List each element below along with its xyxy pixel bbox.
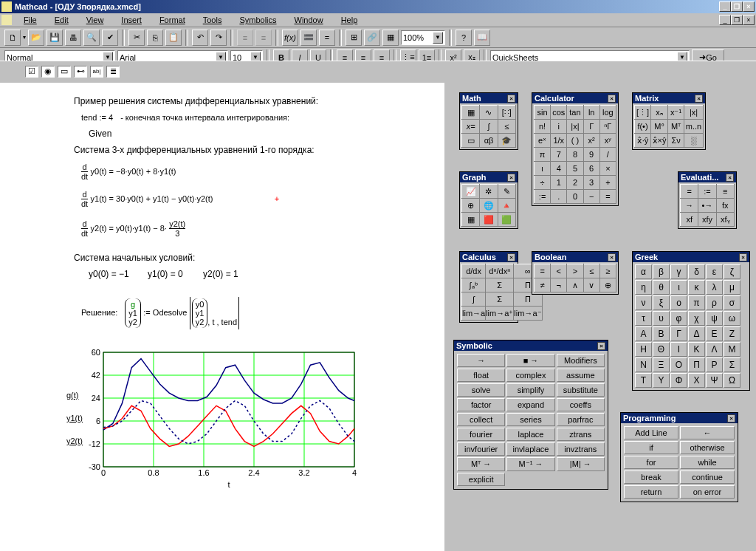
programming-button[interactable]: Add Line (624, 426, 678, 439)
palette-button[interactable]: |x| (684, 106, 704, 120)
calculator-palette[interactable]: Calculator× sincostanlnlogn!i|x|ΓⁿΓeˣ1/x… (532, 92, 619, 206)
palette-button[interactable]: := (698, 185, 716, 199)
palette-button[interactable]: x̂·ŷ (635, 134, 651, 148)
palette-button[interactable]: = (681, 185, 698, 199)
palette-button[interactable]: := (535, 190, 551, 204)
greek-button[interactable]: π (688, 295, 705, 310)
palette-button[interactable]: 0 (567, 190, 583, 204)
palette-button[interactable]: •→ (698, 199, 716, 213)
palette-button[interactable]: |x| (567, 120, 583, 134)
greek-button[interactable]: μ (724, 280, 740, 295)
palette-button[interactable]: 3 (583, 176, 599, 190)
close-button[interactable]: × (743, 1, 755, 12)
palette-button[interactable]: log (599, 106, 616, 120)
greek-button[interactable]: Ι (670, 342, 687, 357)
close-icon[interactable]: × (597, 342, 605, 350)
symbolic-button[interactable]: coeffs (557, 398, 605, 411)
symbolic-button[interactable]: expand (506, 398, 554, 411)
menu-file[interactable]: File (15, 16, 46, 24)
help-icon[interactable]: ? (456, 30, 472, 46)
palette-button[interactable]: Mᵀ (668, 120, 684, 134)
greek-button[interactable]: Γ (670, 326, 687, 341)
palette-button[interactable]: xₙ (650, 106, 667, 120)
symbolic-button[interactable]: series (506, 413, 554, 426)
symbolic-button[interactable]: explicit (457, 473, 505, 486)
symbolic-button[interactable]: simplify (506, 383, 554, 397)
greek-button[interactable]: Υ (653, 373, 670, 388)
palette-button[interactable]: Σν (668, 134, 684, 148)
greek-button[interactable]: Θ (653, 342, 670, 357)
palette-button[interactable]: 1 (551, 176, 567, 190)
symbolic-button[interactable]: laplace (506, 428, 554, 441)
greek-button[interactable]: Π (688, 357, 705, 372)
close-icon[interactable]: × (507, 253, 515, 261)
palette-button[interactable]: dⁿ/dxⁿ (486, 264, 514, 278)
symbolic-button[interactable]: complex (506, 369, 554, 382)
palette-button[interactable]: ⊕ (599, 278, 616, 292)
open-icon[interactable]: 📂 (28, 30, 44, 46)
palette-button[interactable]: 2 (567, 176, 583, 190)
greek-palette[interactable]: Greek× αβγδεζηθικλμνξοπρστυφχψωΑΒΓΔΕΖΗΘΙ… (632, 251, 750, 391)
programming-button[interactable]: if (624, 441, 678, 454)
calculus-palette[interactable]: Calculus× d/dxdⁿ/dxⁿ∞∫ₐᵇΣΠ∫ΣΠlim→alim→a⁺… (459, 251, 518, 323)
palette-button[interactable]: xf (681, 213, 698, 227)
greek-button[interactable]: γ (670, 264, 687, 279)
palette-button[interactable]: ÷ (535, 176, 551, 190)
symbolic-button[interactable]: collect (457, 413, 505, 426)
copy-icon[interactable]: ⎘ (147, 30, 163, 46)
symbolic-button[interactable]: assume (557, 369, 605, 382)
symbolic-button[interactable]: substitute (557, 383, 605, 397)
palette-button[interactable]: → (681, 199, 698, 213)
palette-button[interactable]: ι (535, 162, 551, 176)
palette-button[interactable]: 6 (583, 162, 599, 176)
greek-button[interactable]: Χ (688, 373, 705, 388)
palette-button[interactable]: d/dx (462, 264, 486, 278)
unit-icon[interactable]: 🟰 (300, 30, 317, 46)
greek-button[interactable]: Ν (635, 357, 652, 372)
palette-button[interactable]: Σ (486, 278, 514, 292)
mdi-close-button[interactable]: × (743, 15, 755, 25)
palette-button[interactable]: ≠ (535, 278, 551, 292)
spell-icon[interactable]: ✔ (102, 30, 118, 46)
menu-view[interactable]: View (78, 16, 113, 24)
minimize-button[interactable]: _ (719, 1, 731, 12)
programming-palette[interactable]: Programming× Add Line←ifotherwiseforwhil… (620, 412, 738, 502)
greek-button[interactable]: θ (653, 280, 670, 295)
math-palette[interactable]: Math× ▦∿[∷] x=∫≤ ▭αβ🎓 (459, 92, 518, 150)
palette-button[interactable]: ln (583, 106, 599, 120)
greek-button[interactable]: Α (635, 326, 652, 341)
close-icon[interactable]: × (608, 253, 616, 261)
symbolic-button[interactable]: ■ → (506, 354, 554, 367)
palette-button[interactable]: lim→a (462, 307, 486, 321)
palette-button[interactable]: ∫ₐᵇ (462, 278, 486, 292)
symbolic-button[interactable]: M⁻¹ → (506, 457, 554, 471)
greek-button[interactable]: φ (670, 311, 687, 326)
menu-symbolics[interactable]: Symbolics (230, 16, 285, 24)
align2-icon[interactable]: ≡ (255, 30, 272, 46)
palette-button[interactable]: x² (583, 134, 599, 148)
greek-button[interactable]: Ε (706, 326, 723, 341)
mdi-minimize-button[interactable]: _ (719, 15, 731, 25)
palette-button[interactable]: ░ (684, 134, 704, 148)
palette-button[interactable]: M° (650, 120, 667, 134)
greek-button[interactable]: Ο (670, 357, 687, 372)
greek-button[interactable]: Ρ (706, 357, 723, 372)
palette-button[interactable]: xʸ (599, 134, 616, 148)
matrix-palette[interactable]: Matrix× [⋮]xₙx⁻¹|x|f(•)M°Mᵀm..nx̂·ŷx̂×ŷΣ… (632, 92, 706, 150)
paste-icon[interactable]: 📋 (165, 30, 182, 46)
programming-button[interactable]: continue (680, 470, 735, 484)
greek-button[interactable]: ο (670, 295, 687, 310)
palette-button[interactable]: eˣ (535, 134, 551, 148)
palette-button[interactable]: ≡ (716, 185, 734, 199)
symbolic-button[interactable]: factor (457, 398, 505, 411)
undo-icon[interactable]: ↶ (192, 30, 208, 46)
cut-icon[interactable]: ✂ (128, 30, 145, 46)
greek-button[interactable]: Κ (688, 342, 705, 357)
greek-button[interactable]: Φ (670, 373, 687, 388)
greek-button[interactable]: ω (724, 311, 740, 326)
greek-button[interactable]: β (653, 264, 670, 279)
symbolic-button[interactable]: solve (457, 383, 505, 397)
close-icon[interactable]: × (739, 253, 747, 261)
close-icon[interactable]: × (695, 95, 703, 103)
symbolic-button[interactable]: ztrans (557, 428, 605, 441)
